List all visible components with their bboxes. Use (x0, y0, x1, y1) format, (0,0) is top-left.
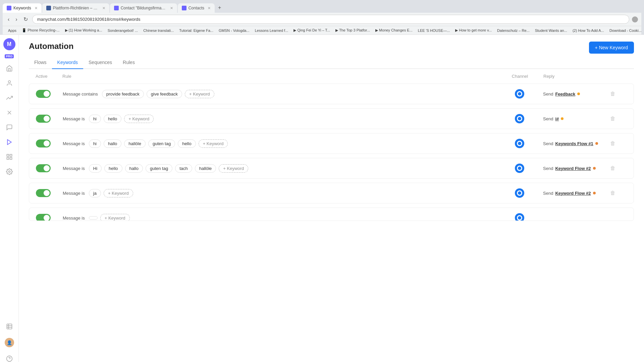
keyword-tag[interactable]: Hi (89, 164, 102, 173)
bookmark-11[interactable]: LEE 'S HOUSE—... (416, 27, 452, 33)
keyword-tag[interactable]: guten tag (148, 139, 175, 148)
add-keyword-button[interactable]: + Keyword (124, 115, 154, 123)
bookmark-2[interactable]: ▶ (1) How Working a... (63, 27, 104, 33)
active-toggle-1[interactable] (36, 90, 63, 98)
delete-button[interactable]: 🗑 (610, 116, 615, 122)
channel-messenger-icon[interactable] (515, 89, 524, 99)
tab-keywords[interactable]: Keywords ✕ (3, 3, 42, 13)
new-tab-button[interactable]: + (215, 3, 224, 13)
bookmark-16[interactable]: Download - Cooki... (607, 27, 641, 33)
channel-messenger-icon[interactable] (515, 139, 524, 148)
sidebar-icon-avatar[interactable]: 👤 (3, 336, 16, 349)
bookmark-13[interactable]: Datenschutz – Re... (495, 27, 532, 33)
active-toggle-5[interactable] (36, 189, 63, 197)
svg-rect-7 (7, 158, 9, 160)
keyword-tag[interactable]: hello (178, 139, 196, 148)
add-keyword-button[interactable]: + Keyword (104, 189, 133, 197)
keyword-tag[interactable]: hi (89, 115, 101, 123)
keyword-tag[interactable]: tach (175, 164, 192, 173)
reply-flow-link[interactable]: Keyword Flow #2 (555, 166, 591, 171)
forward-button[interactable]: › (14, 16, 19, 23)
sidebar-icon-integrations[interactable] (3, 106, 16, 119)
delete-button[interactable]: 🗑 (610, 91, 615, 97)
sidebar-icon-automation[interactable] (3, 135, 16, 149)
refresh-button[interactable]: ↻ (22, 15, 30, 23)
tab-keywords[interactable]: Keywords (52, 56, 83, 69)
sidebar-icon-help[interactable] (3, 352, 16, 362)
tab-rules[interactable]: Rules (117, 56, 140, 69)
address-bar[interactable] (32, 15, 629, 24)
status-dot (595, 142, 598, 145)
sidebar-icon-analytics[interactable] (3, 150, 16, 164)
sidebar-icon-contacts[interactable] (3, 76, 16, 90)
table-header: Active Rule Channel Reply (29, 69, 634, 83)
keyword-tag[interactable]: give feedback (147, 90, 182, 98)
bookmark-6[interactable]: GMSN - Vologda... (217, 27, 252, 33)
tab-contact[interactable]: Contact "Bildungsfirma" thro... ✕ (110, 3, 177, 13)
add-keyword-button[interactable]: + Keyword (185, 90, 214, 98)
add-keyword-button[interactable]: + Keyword (100, 214, 130, 221)
sidebar-icon-flows[interactable] (3, 91, 16, 105)
reply-flow-link[interactable]: Keywords Flow #1 (555, 141, 593, 146)
active-toggle-4[interactable] (36, 164, 63, 172)
sidebar-icon-messages[interactable] (3, 121, 16, 134)
tab-contacts[interactable]: Contacts ✕ (178, 3, 215, 13)
keyword-tag[interactable]: hi (89, 139, 101, 148)
bookmark-15[interactable]: (2) How To Add A... (571, 27, 606, 33)
tab-sequences[interactable]: Sequences (83, 56, 117, 69)
svg-point-0 (8, 81, 10, 83)
bookmark-8[interactable]: ▶ Qing Fei De Yi – T... (291, 27, 332, 33)
keyword-tag[interactable]: hello (104, 164, 122, 173)
keyword-tag[interactable]: guten tag (146, 164, 172, 173)
bookmark-7[interactable]: Lessons Learned f... (253, 27, 290, 33)
channel-messenger-icon[interactable] (515, 213, 524, 221)
channel-messenger-icon[interactable] (515, 114, 524, 123)
bookmark-9[interactable]: ▶ The Top 3 Platfor... (333, 27, 372, 33)
bookmark-3[interactable]: Sonderangebot! ... (106, 27, 140, 33)
tab-close-contact[interactable]: ✕ (170, 6, 173, 10)
main-content: Automation + New Keyword Flows Keywords … (19, 35, 644, 362)
active-toggle-2[interactable] (36, 115, 63, 123)
keyword-tag[interactable]: hello (104, 115, 121, 123)
reply-flow-link[interactable]: i# (555, 116, 559, 121)
reply-flow-link[interactable]: Feedback (555, 92, 575, 97)
tab-close-keywords[interactable]: ✕ (35, 6, 38, 10)
add-keyword-button[interactable]: + Keyword (199, 139, 228, 148)
keyword-tag[interactable] (89, 216, 98, 220)
tab-plattform[interactable]: Plattform-Richtlinien – Übers... ✕ (42, 3, 109, 13)
bookmark-10[interactable]: ▶ Money Changes E... (373, 27, 415, 33)
active-toggle-6[interactable] (36, 214, 63, 221)
bookmark-apps[interactable]: Apps (6, 27, 18, 33)
add-keyword-button[interactable]: + Keyword (219, 164, 248, 173)
channel-messenger-icon[interactable] (515, 164, 524, 173)
tab-close-contacts[interactable]: ✕ (208, 6, 211, 10)
bookmark-12[interactable]: ▶ How to get more v... (453, 27, 494, 33)
svg-rect-4 (7, 155, 9, 157)
bookmark-1[interactable]: 📱 Phone Recycling-... (20, 27, 61, 33)
reply-flow-link[interactable]: Keyword Flow #2 (555, 191, 591, 196)
keyword-tag[interactable]: hallo (104, 139, 121, 148)
navigation-tabs: Flows Keywords Sequences Rules (29, 56, 634, 69)
keyword-tag[interactable]: hallo (125, 164, 143, 173)
toolbar-icons (632, 16, 638, 22)
sidebar-icon-table[interactable] (3, 320, 16, 333)
sidebar-icon-home[interactable] (3, 62, 16, 75)
delete-button[interactable]: 🗑 (610, 165, 615, 171)
keyword-tag[interactable]: provide feedback (102, 90, 144, 98)
reply-send-label: Send (543, 191, 553, 196)
bookmark-5[interactable]: Tutorial: Eigene Fa... (177, 27, 215, 33)
channel-messenger-icon[interactable] (515, 188, 524, 198)
keyword-tag[interactable]: ja (89, 189, 101, 197)
tab-flows[interactable]: Flows (29, 56, 52, 69)
delete-button[interactable]: 🗑 (610, 190, 615, 196)
active-toggle-3[interactable] (36, 139, 63, 147)
back-button[interactable]: ‹ (6, 16, 11, 23)
new-keyword-button[interactable]: + New Keyword (589, 42, 634, 54)
sidebar-icon-settings[interactable] (3, 165, 16, 178)
tab-close-plattform[interactable]: ✕ (102, 6, 105, 10)
delete-button[interactable]: 🗑 (610, 140, 615, 146)
bookmark-14[interactable]: Student Wants an... (533, 27, 569, 33)
bookmark-4[interactable]: Chinese translati... (141, 27, 176, 33)
keyword-tag[interactable]: hallöle (195, 164, 216, 173)
keyword-tag[interactable]: hallöle (124, 139, 146, 148)
